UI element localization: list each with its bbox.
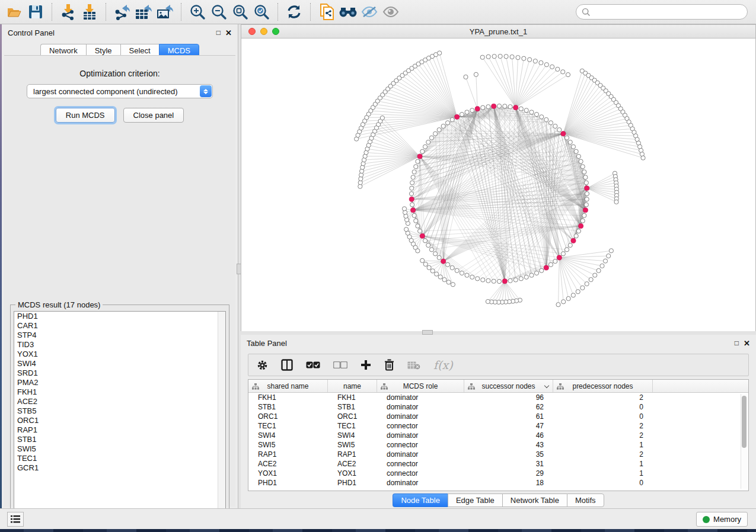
cell-mcds_role: connector (377, 459, 464, 469)
mcds-result-item[interactable]: STB5 (14, 406, 225, 416)
cell-name: FKH1 (328, 393, 377, 402)
mcds-result-item[interactable]: CAR1 (14, 321, 225, 331)
memory-button[interactable]: Memory (696, 512, 748, 527)
tab-node-table[interactable]: Node Table (393, 493, 448, 507)
select-all-checks-icon[interactable] (306, 358, 320, 372)
optimization-criterion-select[interactable]: largest connected component (undirected) (27, 84, 213, 98)
refresh-icon[interactable] (283, 2, 305, 22)
control-panel-titlebar: Control Panel □ ✕ (2, 24, 238, 41)
network-graph (241, 39, 755, 331)
cell-shared_name: FKH1 (248, 393, 328, 402)
zoom-selected-icon[interactable] (251, 2, 272, 22)
mcds-result-item[interactable]: GCR1 (14, 463, 225, 473)
table-row[interactable]: SWI4SWI4dominator462 (248, 431, 748, 440)
window-maximize-icon[interactable] (272, 28, 279, 35)
mcds-result-item[interactable]: SRD1 (14, 368, 225, 378)
run-mcds-button[interactable]: Run MCDS (56, 108, 115, 123)
mcds-result-item[interactable]: TEC1 (14, 454, 225, 463)
mcds-result-item[interactable]: FKH1 (14, 387, 225, 397)
tab-motifs[interactable]: Motifs (567, 493, 604, 507)
horizontal-splitter-grip[interactable] (422, 330, 433, 335)
mcds-result-list[interactable]: PHD1CAR1STP4TID3YOX1SWI4SRD1PMA2FKH1ACE2… (14, 311, 226, 521)
close-panel-button[interactable]: Close panel (123, 108, 184, 123)
table-row[interactable]: TEC1TEC1connector472 (248, 421, 748, 431)
mcds-result-item[interactable]: PMA2 (14, 378, 225, 387)
zoom-out-icon[interactable] (208, 2, 229, 22)
settings-gear-icon[interactable] (257, 358, 268, 372)
column-label: shared name (267, 382, 308, 390)
tab-network-table[interactable]: Network Table (502, 493, 567, 507)
table-header-row: shared namenameMCDS rolesuccessor nodesp… (248, 380, 748, 393)
zoom-in-icon[interactable] (187, 2, 208, 22)
column-header-successor-nodes[interactable]: successor nodes (464, 380, 553, 392)
cell-mcds_role: connector (377, 469, 464, 478)
column-header-name[interactable]: name (328, 380, 377, 392)
import-network-icon[interactable] (58, 2, 79, 22)
mcds-result-item[interactable]: ORC1 (14, 416, 225, 425)
column-label: predecessor nodes (572, 382, 633, 390)
cell-successor_nodes: 43 (464, 440, 553, 450)
add-column-icon[interactable] (361, 358, 371, 372)
column-header-predecessor-nodes[interactable]: predecessor nodes (553, 380, 653, 392)
tab-edge-table[interactable]: Edge Table (448, 493, 502, 507)
table-row[interactable]: ACE2ACE2connector311 (248, 459, 748, 469)
zoom-fit-icon[interactable] (229, 2, 251, 22)
cell-name: PHD1 (328, 478, 377, 488)
table-row[interactable]: SWI5SWI5connector431 (248, 440, 748, 450)
export-image-icon[interactable] (154, 2, 176, 22)
column-header-MCDS-role[interactable]: MCDS role (377, 380, 464, 392)
export-table-icon[interactable] (133, 2, 154, 22)
table-row[interactable]: YOX1YOX1connector291 (248, 469, 748, 478)
table-row[interactable]: FKH1FKH1dominator962 (248, 393, 748, 402)
float-panel-icon[interactable]: □ (216, 29, 221, 36)
table-scrollbar[interactable] (741, 394, 747, 489)
column-label: successor nodes (481, 382, 535, 390)
import-table-icon[interactable] (79, 2, 100, 22)
function-builder-disabled-icon: f(x) (433, 358, 453, 372)
attribute-icon (252, 383, 259, 390)
network-canvas[interactable] (241, 39, 755, 331)
column-layout-icon[interactable] (281, 358, 293, 372)
export-network-icon[interactable] (111, 2, 133, 22)
close-table-panel-icon[interactable]: ✕ (744, 339, 750, 347)
first-neighbors-icon[interactable] (337, 2, 359, 22)
toolbar-separator (181, 3, 181, 21)
close-panel-icon[interactable]: ✕ (225, 29, 232, 37)
table-row[interactable]: PHD1PHD1dominator180 (248, 478, 748, 488)
open-file-icon[interactable] (4, 2, 25, 22)
hide-selected-icon[interactable] (359, 2, 380, 22)
show-all-icon[interactable] (380, 2, 401, 22)
table-row[interactable]: STB1STB1dominator620 (248, 402, 748, 412)
mcds-result-item[interactable]: STP4 (14, 331, 225, 340)
mcds-result-item[interactable]: YOX1 (14, 350, 225, 359)
mcds-result-item[interactable]: ACE2 (14, 397, 225, 406)
toolbar-separator (277, 3, 278, 21)
cell-predecessor_nodes: 2 (553, 421, 653, 431)
window-minimize-icon[interactable] (260, 28, 267, 35)
result-list-scrollbar[interactable] (218, 312, 225, 521)
cell-shared_name: ACE2 (248, 459, 328, 469)
float-table-panel-icon[interactable]: □ (735, 339, 739, 347)
search-input[interactable] (576, 4, 748, 20)
delete-column-icon[interactable] (384, 358, 394, 372)
table-row[interactable]: ORC1ORC1dominator610 (248, 412, 748, 421)
cell-name: STB1 (328, 402, 377, 412)
mcds-result-item[interactable]: RAP1 (14, 425, 225, 435)
node-table[interactable]: shared namenameMCDS rolesuccessor nodesp… (248, 379, 749, 491)
task-history-button[interactable] (7, 512, 24, 527)
toolbar-separator (106, 3, 106, 21)
network-window-titlebar[interactable]: YPA_prune.txt_1 (241, 25, 755, 39)
save-session-icon[interactable] (25, 2, 46, 22)
column-header-shared-name[interactable]: shared name (248, 380, 328, 392)
window-close-icon[interactable] (248, 28, 256, 35)
table-row[interactable]: RAP1RAP1dominator352 (248, 450, 748, 459)
deselect-all-checks-icon[interactable] (333, 358, 347, 372)
mcds-result-item[interactable]: PHD1 (14, 312, 225, 321)
mcds-result-item[interactable]: SWI4 (14, 359, 225, 368)
cell-shared_name: YOX1 (248, 469, 328, 478)
table-scrollbar-thumb[interactable] (742, 396, 747, 448)
new-network-from-selection-icon[interactable] (316, 2, 337, 22)
mcds-result-item[interactable]: TID3 (14, 340, 225, 350)
mcds-result-item[interactable]: SWI5 (14, 444, 225, 454)
mcds-result-item[interactable]: STB1 (14, 435, 225, 444)
